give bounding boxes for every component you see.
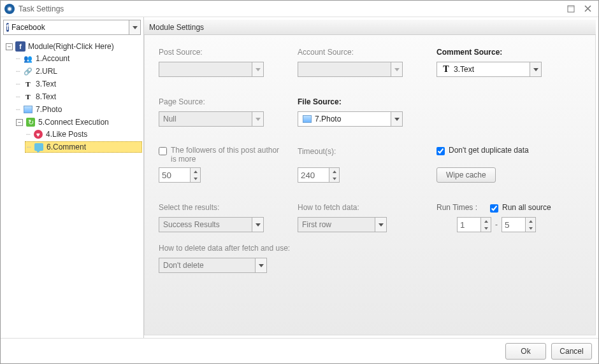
- chevron-down-icon[interactable]: [375, 218, 386, 232]
- followers-label: The followers of this post author is mor…: [171, 146, 286, 164]
- tree-node-photo[interactable]: ┄7.Photo: [15, 104, 142, 115]
- account-source-select: [298, 62, 403, 77]
- text-icon: T: [441, 64, 451, 74]
- tree-node-comment[interactable]: ┄6.Comment: [25, 141, 142, 153]
- label-select-results: Select the results:: [159, 202, 286, 213]
- nodup-checkbox[interactable]: [437, 147, 445, 155]
- platform-combo-value: Facebook: [11, 23, 45, 32]
- collapse-icon[interactable]: −: [6, 43, 13, 50]
- titlebar: Task Settings: [1, 1, 598, 17]
- connect-icon: ↻: [25, 117, 36, 127]
- chevron-down-icon[interactable]: [255, 258, 266, 272]
- collapse-icon[interactable]: −: [16, 119, 23, 126]
- nodup-label: Don't get duplicate data: [449, 146, 529, 155]
- run-from-field[interactable]: [457, 217, 481, 232]
- svg-point-1: [8, 7, 11, 10]
- how-fetch-select[interactable]: First row: [298, 217, 387, 232]
- tree-root-label: Module(Right-Click Here): [28, 42, 114, 51]
- label-post-source: Post Source:: [159, 46, 286, 58]
- how-delete-select[interactable]: Don't delete: [159, 258, 267, 273]
- chevron-down-icon[interactable]: [129, 20, 140, 34]
- label-timeout: Timeout(s):: [298, 146, 425, 157]
- run-all-label: Run all source: [502, 203, 551, 212]
- run-from-spinner[interactable]: [481, 217, 491, 232]
- close-button[interactable]: [581, 2, 595, 16]
- window-title: Task Settings: [18, 4, 64, 13]
- left-panel: f Facebook − f Module(Right-Click Here) …: [1, 17, 144, 338]
- text-icon: T: [23, 92, 33, 102]
- followers-checkbox-row: The followers of this post author is mor…: [159, 146, 286, 164]
- followers-min-input: [159, 167, 286, 183]
- facebook-icon: f: [15, 41, 25, 52]
- tree-node-account[interactable]: ┄👥1.Account: [15, 53, 142, 64]
- svg-rect-3: [568, 6, 574, 8]
- tree-node-url[interactable]: ┄🔗2.URL: [15, 66, 142, 77]
- right-panel: Module Settings Post Source: Account Sou…: [144, 17, 598, 338]
- chevron-down-icon: [252, 112, 263, 126]
- run-all-checkbox[interactable]: [490, 204, 498, 213]
- cancel-button[interactable]: Cancel: [551, 343, 592, 360]
- chevron-down-icon[interactable]: [530, 62, 541, 76]
- platform-combo[interactable]: f Facebook: [3, 20, 141, 35]
- comment-icon: [34, 142, 44, 152]
- module-settings-body: Post Source: Account Source: Comment Sou…: [144, 35, 596, 335]
- tree-node-like[interactable]: ┄♥4.Like Posts: [25, 129, 142, 140]
- label-page-source: Page Source:: [159, 96, 286, 108]
- account-icon: 👥: [23, 53, 33, 64]
- comment-source-select[interactable]: T 3.Text: [437, 62, 542, 77]
- page-source-select: Null: [159, 111, 264, 127]
- minimize-button[interactable]: [564, 2, 578, 16]
- wipe-cache-button[interactable]: Wipe cache: [437, 167, 496, 183]
- timeout-input: [298, 167, 425, 183]
- run-all-checkbox-row: Run all source: [490, 203, 551, 213]
- chevron-down-icon[interactable]: [252, 218, 263, 232]
- run-from-input: [457, 217, 491, 232]
- file-source-select[interactable]: 7.Photo: [298, 111, 403, 127]
- chevron-down-icon: [252, 62, 263, 76]
- tree-root[interactable]: − f Module(Right-Click Here): [4, 41, 142, 52]
- label-account-source: Account Source:: [298, 46, 425, 58]
- followers-checkbox[interactable]: [159, 147, 167, 155]
- like-icon: ♥: [33, 129, 43, 139]
- ok-button[interactable]: Ok: [505, 343, 546, 360]
- facebook-icon: f: [6, 23, 9, 32]
- label-file-source: File Source:: [298, 96, 425, 108]
- label-how-delete: How to delete data after fetch and use:: [159, 242, 577, 254]
- timeout-field[interactable]: [298, 167, 329, 183]
- text-icon: T: [23, 79, 33, 89]
- run-to-spinner[interactable]: [526, 217, 536, 232]
- photo-icon: [302, 114, 312, 124]
- tree-node-connect[interactable]: − ↻ 5.Connect Execution: [15, 116, 142, 128]
- run-to-field[interactable]: [502, 217, 526, 232]
- label-run-times: Run Times :: [437, 202, 477, 213]
- tree-node-text8[interactable]: ┄T8.Text: [15, 91, 142, 102]
- app-icon: [4, 4, 15, 14]
- timeout-spinner[interactable]: [329, 167, 340, 183]
- module-settings-header: Module Settings: [144, 20, 596, 35]
- post-source-select: [159, 62, 264, 77]
- followers-spinner[interactable]: [191, 167, 201, 183]
- run-to-input: [502, 217, 536, 232]
- select-results-select[interactable]: Success Results: [159, 217, 264, 232]
- task-settings-window: Task Settings f Facebook − f Module(Righ…: [0, 0, 599, 364]
- nodup-checkbox-row: Don't get duplicate data: [437, 146, 577, 155]
- dialog-footer: Ok Cancel: [1, 338, 598, 363]
- photo-icon: [23, 104, 33, 115]
- label-how-fetch: How to fetch data:: [298, 202, 425, 213]
- link-icon: 🔗: [23, 66, 33, 76]
- run-range-dash: -: [495, 220, 498, 229]
- label-comment-source: Comment Source:: [437, 46, 577, 58]
- module-tree: − f Module(Right-Click Here) ┄👥1.Account…: [1, 38, 143, 338]
- chevron-down-icon[interactable]: [391, 112, 402, 126]
- tree-node-text3[interactable]: ┄T3.Text: [15, 78, 142, 90]
- chevron-down-icon: [391, 62, 402, 76]
- followers-min-field[interactable]: [159, 167, 191, 183]
